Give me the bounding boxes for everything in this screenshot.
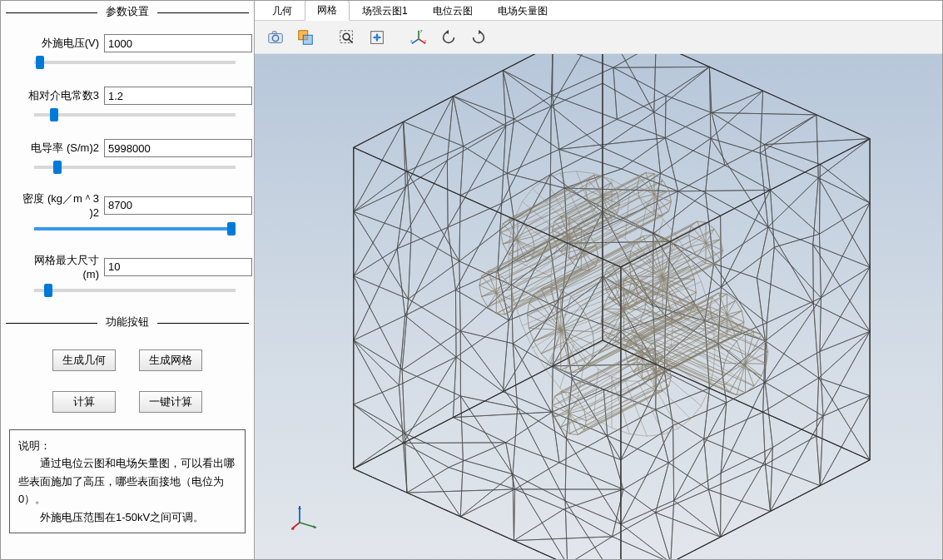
canvas-toolbar: z y x bbox=[255, 21, 942, 54]
desc-title: 说明： bbox=[18, 437, 236, 454]
params-group-title: 参数设置 bbox=[97, 4, 157, 19]
permittivity-slider[interactable] bbox=[32, 107, 234, 119]
buttons-group-title: 功能按钮 bbox=[97, 315, 157, 330]
param-row-permittivity: 相对介电常数3 bbox=[21, 87, 234, 105]
conductivity-input[interactable] bbox=[104, 139, 252, 157]
tab-geometry[interactable]: 几何 bbox=[260, 1, 305, 21]
param-label: 电导率 (S/m)2 bbox=[21, 141, 104, 156]
buttons-group-header: 功能按钮 bbox=[6, 315, 249, 331]
param-row-conductivity: 电导率 (S/m)2 bbox=[21, 139, 234, 157]
svg-text:y: y bbox=[424, 37, 426, 42]
zoom-box-icon[interactable] bbox=[333, 25, 361, 50]
generate-mesh-button[interactable]: 生成网格 bbox=[139, 349, 202, 371]
tab-field-cloud-1[interactable]: 场强云图1 bbox=[350, 1, 420, 21]
axis-xyz-icon[interactable]: z y x bbox=[404, 25, 433, 50]
button-row-2: 计算 一键计算 bbox=[6, 391, 249, 413]
density-input[interactable] bbox=[104, 196, 252, 215]
svg-text:z: z bbox=[420, 28, 423, 33]
param-row-density: 密度 (kg／m＾3 )2 bbox=[21, 191, 234, 219]
permittivity-input[interactable] bbox=[104, 87, 252, 105]
desc-line-1: 通过电位云图和电场矢量图，可以看出哪些表面施加了高压，哪些表面接地（电位为0）。 bbox=[18, 454, 236, 508]
svg-line-7 bbox=[349, 38, 353, 42]
svg-rect-4 bbox=[303, 35, 312, 44]
svg-point-6 bbox=[343, 33, 350, 40]
param-row-voltage: 外施电压(V) bbox=[21, 34, 234, 52]
zoom-extents-icon[interactable] bbox=[363, 25, 391, 50]
sidebar: 参数设置 外施电压(V) 相对介电常数3 电导率 (S/m)2 密度 (kg／m… bbox=[1, 1, 255, 559]
description-box: 说明： 通过电位云图和电场矢量图，可以看出哪些表面施加了高压，哪些表面接地（电位… bbox=[9, 429, 246, 533]
param-label: 相对介电常数3 bbox=[21, 88, 104, 103]
params-group-header: 参数设置 bbox=[6, 4, 249, 21]
param-label: 网格最大尺寸(m) bbox=[21, 253, 104, 280]
mesh-size-slider[interactable] bbox=[32, 282, 234, 295]
rotate-ccw-icon[interactable] bbox=[434, 25, 463, 50]
main-area: 几何 网格 场强云图1 电位云图 电场矢量图 z y x bbox=[255, 1, 942, 559]
tab-potential-cloud[interactable]: 电位云图 bbox=[420, 1, 485, 21]
camera-icon[interactable] bbox=[261, 25, 290, 50]
density-slider[interactable] bbox=[32, 221, 234, 233]
axis-triad-icon bbox=[291, 503, 320, 531]
compute-button[interactable]: 计算 bbox=[52, 391, 116, 413]
view-tabs: 几何 网格 场强云图1 电位云图 电场矢量图 bbox=[255, 1, 942, 21]
svg-line-11 bbox=[412, 38, 419, 43]
param-row-mesh-size: 网格最大尺寸(m) bbox=[21, 253, 234, 280]
svg-line-17 bbox=[291, 523, 300, 529]
rotate-cw-icon[interactable] bbox=[464, 25, 493, 50]
svg-text:x: x bbox=[410, 37, 413, 42]
param-label: 外施电压(V) bbox=[21, 36, 104, 51]
tab-mesh[interactable]: 网格 bbox=[305, 0, 350, 21]
3d-viewport[interactable] bbox=[255, 54, 942, 559]
voltage-input[interactable] bbox=[104, 34, 252, 52]
transparency-icon[interactable] bbox=[291, 25, 320, 50]
voltage-slider[interactable] bbox=[32, 54, 234, 67]
conductivity-slider[interactable] bbox=[32, 159, 234, 171]
mesh-size-input[interactable] bbox=[104, 258, 252, 276]
tab-field-vector[interactable]: 电场矢量图 bbox=[485, 1, 560, 21]
one-click-compute-button[interactable]: 一键计算 bbox=[139, 391, 202, 413]
generate-geometry-button[interactable]: 生成几何 bbox=[52, 349, 116, 371]
param-label: 密度 (kg／m＾3 )2 bbox=[21, 191, 104, 219]
svg-rect-2 bbox=[272, 31, 276, 33]
button-row-1: 生成几何 生成网格 bbox=[6, 349, 249, 371]
desc-line-2: 外施电压范围在1-50kV之间可调。 bbox=[18, 508, 236, 526]
